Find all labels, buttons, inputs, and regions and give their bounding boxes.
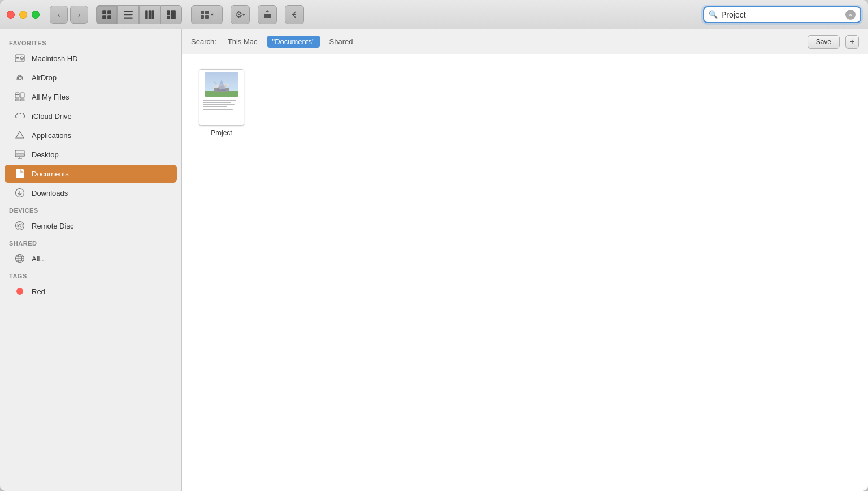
back-action-button[interactable]	[285, 5, 304, 24]
search-label: Search:	[191, 37, 216, 46]
svg-rect-1	[107, 10, 111, 14]
thumbnail-preview	[205, 72, 238, 97]
svg-rect-0	[102, 10, 106, 14]
svg-point-46	[16, 288, 23, 295]
search-clear-button[interactable]: ×	[845, 10, 856, 20]
downloads-icon	[14, 187, 26, 199]
sidebar-item-label: Red	[32, 287, 45, 296]
file-area: Search: This Mac "Documents" Shared Save…	[182, 29, 868, 491]
svg-rect-10	[167, 10, 170, 15]
sidebar-item-label: Downloads	[32, 189, 68, 197]
share-button[interactable]	[258, 5, 277, 24]
sidebar-item-all-my-files[interactable]: All My Files	[5, 88, 177, 106]
sidebar-item-applications[interactable]: Applications	[5, 126, 177, 144]
svg-rect-28	[20, 99, 24, 101]
titlebar: ‹ ›	[0, 0, 868, 29]
svg-rect-17	[292, 14, 296, 15]
applications-icon	[14, 129, 26, 141]
icloud-icon	[14, 110, 26, 122]
file-item-project[interactable]: Project	[193, 66, 250, 140]
hd-icon	[14, 52, 26, 64]
back-arrow-icon	[290, 10, 299, 19]
sidebar-item-desktop[interactable]: Desktop	[5, 145, 177, 163]
sidebar-item-tag-red[interactable]: Red	[5, 282, 177, 300]
sidebar-item-label: AirDrop	[32, 74, 57, 82]
file-grid: Project	[182, 54, 868, 491]
view-buttons-group	[96, 5, 182, 24]
sidebar-item-airdrop[interactable]: AirDrop	[5, 68, 177, 87]
finder-window: ‹ ›	[0, 0, 868, 491]
svg-point-20	[21, 58, 23, 59]
main-content: Favorites Macintosh HD	[0, 29, 868, 491]
svg-rect-6	[124, 17, 133, 18]
save-button[interactable]: Save	[808, 35, 840, 49]
desktop-icon	[14, 148, 26, 161]
svg-marker-51	[218, 85, 227, 90]
list-view-button[interactable]	[118, 5, 139, 24]
sidebar-item-label: All My Files	[32, 93, 69, 101]
svg-rect-14	[205, 11, 209, 14]
arrange-chevron: ▾	[211, 11, 214, 18]
close-button[interactable]	[7, 11, 15, 19]
sidebar-item-label: iCloud Drive	[32, 112, 72, 120]
nav-buttons: ‹ ›	[50, 6, 88, 24]
share-icon	[263, 10, 272, 19]
sidebar-item-label: All...	[32, 255, 46, 263]
allfiles-icon	[14, 91, 26, 103]
coverflow-icon	[166, 10, 176, 20]
scope-shared[interactable]: Shared	[324, 36, 359, 48]
shared-section-header: Shared	[0, 235, 181, 249]
add-search-criteria-button[interactable]: +	[845, 35, 859, 49]
svg-rect-22	[16, 59, 19, 59]
svg-rect-11	[171, 10, 176, 19]
gear-icon: ⚙	[235, 10, 242, 20]
icon-view-button[interactable]	[96, 5, 118, 24]
search-icon: 🔍	[709, 10, 718, 19]
sidebar-item-downloads[interactable]: Downloads	[5, 184, 177, 202]
disc-icon	[14, 219, 26, 232]
forward-button[interactable]: ›	[70, 6, 88, 24]
column-view-button[interactable]	[139, 5, 160, 24]
shared-network-icon	[14, 252, 26, 265]
maximize-button[interactable]	[32, 11, 40, 19]
back-button[interactable]: ‹	[50, 6, 68, 24]
gear-chevron: ▾	[242, 12, 245, 18]
list-icon	[123, 10, 133, 20]
scope-documents[interactable]: "Documents"	[267, 36, 320, 48]
tag-red-icon	[14, 285, 26, 298]
svg-rect-7	[145, 10, 148, 19]
arrange-icon	[200, 10, 209, 19]
action-gear-button[interactable]: ⚙ ▾	[231, 5, 250, 24]
svg-rect-9	[151, 10, 154, 19]
sidebar-item-all-shared[interactable]: All...	[5, 249, 177, 268]
search-input[interactable]	[721, 10, 842, 19]
svg-rect-12	[167, 16, 170, 19]
svg-rect-27	[15, 99, 19, 101]
sidebar: Favorites Macintosh HD	[0, 29, 182, 491]
sidebar-item-label: Remote Disc	[32, 222, 73, 230]
sidebar-item-remote-disc[interactable]: Remote Disc	[5, 217, 177, 235]
file-thumbnail	[199, 69, 244, 126]
scope-this-mac[interactable]: This Mac	[222, 36, 263, 48]
cover-flow-button[interactable]	[160, 5, 182, 24]
arrange-button[interactable]: ▾	[191, 5, 223, 24]
svg-rect-18	[15, 55, 24, 62]
sidebar-item-label: Applications	[32, 131, 71, 140]
svg-rect-4	[124, 11, 133, 12]
svg-rect-26	[20, 93, 24, 98]
minimize-button[interactable]	[19, 11, 27, 19]
sidebar-item-macintosh-hd[interactable]: Macintosh HD	[5, 49, 177, 67]
favorites-section-header: Favorites	[0, 35, 181, 49]
svg-rect-5	[124, 14, 133, 15]
sidebar-item-label: Macintosh HD	[32, 54, 78, 63]
svg-rect-8	[149, 10, 151, 19]
svg-point-39	[19, 225, 21, 227]
search-scope-bar: Search: This Mac "Documents" Shared Save…	[182, 29, 868, 54]
sidebar-item-documents[interactable]: Documents	[5, 165, 177, 183]
search-bar: 🔍 ×	[703, 6, 861, 23]
sidebar-item-icloud-drive[interactable]: iCloud Drive	[5, 107, 177, 125]
devices-section-header: Devices	[0, 203, 181, 216]
columns-icon	[145, 10, 155, 20]
svg-rect-3	[107, 15, 111, 19]
svg-rect-16	[205, 15, 209, 19]
